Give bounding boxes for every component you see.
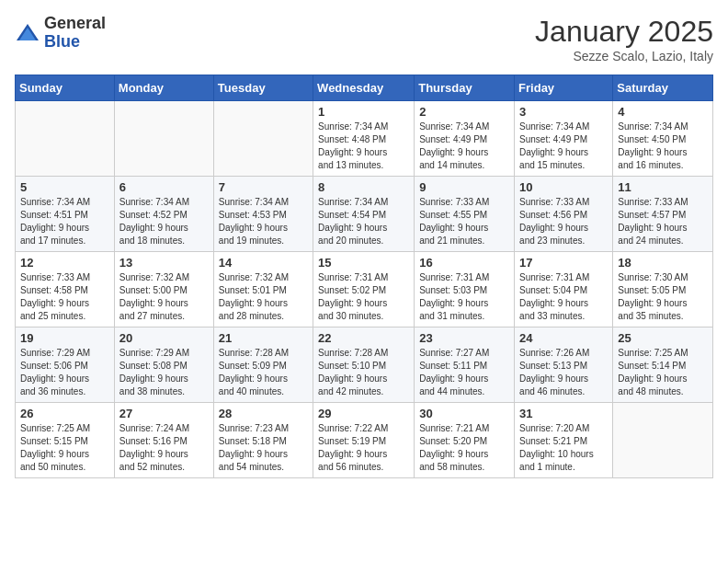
- day-number: 29: [318, 407, 409, 420]
- calendar-cell: 1Sunrise: 7:34 AM Sunset: 4:48 PM Daylig…: [313, 101, 415, 177]
- calendar-cell: 25Sunrise: 7:25 AM Sunset: 5:14 PM Dayli…: [613, 327, 713, 403]
- day-number: 3: [519, 105, 608, 119]
- month-title: January 2025: [535, 15, 713, 49]
- calendar-cell: [16, 101, 115, 177]
- calendar-body: 1Sunrise: 7:34 AM Sunset: 4:48 PM Daylig…: [16, 101, 713, 478]
- day-info: Sunrise: 7:24 AM Sunset: 5:16 PM Dayligh…: [119, 422, 209, 474]
- day-number: 30: [419, 407, 509, 420]
- location: Sezze Scalo, Lazio, Italy: [535, 49, 713, 63]
- calendar-cell: 20Sunrise: 7:29 AM Sunset: 5:08 PM Dayli…: [114, 327, 213, 403]
- calendar-cell: 28Sunrise: 7:23 AM Sunset: 5:18 PM Dayli…: [213, 403, 313, 478]
- weekday-header-saturday: Saturday: [613, 75, 713, 101]
- day-number: 28: [219, 407, 308, 420]
- calendar-cell: 19Sunrise: 7:29 AM Sunset: 5:06 PM Dayli…: [16, 327, 115, 403]
- day-info: Sunrise: 7:20 AM Sunset: 5:21 PM Dayligh…: [519, 422, 608, 474]
- calendar-cell: 29Sunrise: 7:22 AM Sunset: 5:19 PM Dayli…: [313, 403, 415, 478]
- calendar-cell: 12Sunrise: 7:33 AM Sunset: 4:58 PM Dayli…: [16, 252, 115, 327]
- calendar-cell: 10Sunrise: 7:33 AM Sunset: 4:56 PM Dayli…: [515, 177, 613, 252]
- day-info: Sunrise: 7:34 AM Sunset: 4:53 PM Dayligh…: [219, 196, 308, 247]
- day-info: Sunrise: 7:27 AM Sunset: 5:11 PM Dayligh…: [419, 347, 509, 398]
- day-info: Sunrise: 7:33 AM Sunset: 4:57 PM Dayligh…: [618, 196, 708, 247]
- day-number: 6: [119, 180, 209, 194]
- day-number: 31: [519, 407, 608, 420]
- logo: General Blue: [15, 15, 106, 52]
- day-number: 22: [318, 331, 409, 345]
- week-row-5: 26Sunrise: 7:25 AM Sunset: 5:15 PM Dayli…: [16, 403, 713, 478]
- day-info: Sunrise: 7:34 AM Sunset: 4:48 PM Dayligh…: [318, 121, 409, 172]
- logo-general-text: General: [44, 15, 106, 33]
- calendar-cell: 8Sunrise: 7:34 AM Sunset: 4:54 PM Daylig…: [313, 177, 415, 252]
- logo-text: General Blue: [44, 15, 106, 52]
- calendar-cell: 21Sunrise: 7:28 AM Sunset: 5:09 PM Dayli…: [213, 327, 313, 403]
- calendar-cell: 27Sunrise: 7:24 AM Sunset: 5:16 PM Dayli…: [114, 403, 213, 478]
- calendar-cell: 17Sunrise: 7:31 AM Sunset: 5:04 PM Dayli…: [515, 252, 613, 327]
- day-number: 7: [219, 180, 308, 194]
- day-info: Sunrise: 7:31 AM Sunset: 5:02 PM Dayligh…: [318, 271, 409, 323]
- weekday-header-friday: Friday: [515, 75, 613, 101]
- day-info: Sunrise: 7:25 AM Sunset: 5:14 PM Dayligh…: [618, 347, 708, 398]
- day-number: 18: [618, 256, 708, 270]
- calendar-cell: 31Sunrise: 7:20 AM Sunset: 5:21 PM Dayli…: [515, 403, 613, 478]
- calendar-cell: 18Sunrise: 7:30 AM Sunset: 5:05 PM Dayli…: [613, 252, 713, 327]
- weekday-row: SundayMondayTuesdayWednesdayThursdayFrid…: [16, 75, 713, 101]
- day-number: 10: [519, 180, 608, 194]
- calendar-cell: [213, 101, 313, 177]
- calendar-cell: 2Sunrise: 7:34 AM Sunset: 4:49 PM Daylig…: [415, 101, 515, 177]
- day-number: 13: [119, 256, 209, 270]
- day-info: Sunrise: 7:28 AM Sunset: 5:09 PM Dayligh…: [219, 347, 308, 398]
- day-number: 14: [219, 256, 308, 270]
- calendar-cell: 13Sunrise: 7:32 AM Sunset: 5:00 PM Dayli…: [114, 252, 213, 327]
- calendar-cell: 22Sunrise: 7:28 AM Sunset: 5:10 PM Dayli…: [313, 327, 415, 403]
- day-number: 2: [419, 105, 509, 119]
- day-number: 12: [20, 256, 109, 270]
- day-info: Sunrise: 7:31 AM Sunset: 5:03 PM Dayligh…: [419, 271, 509, 323]
- calendar-cell: 23Sunrise: 7:27 AM Sunset: 5:11 PM Dayli…: [415, 327, 515, 403]
- logo-icon: [15, 20, 40, 46]
- page-header: General Blue January 2025 Sezze Scalo, L…: [15, 15, 713, 63]
- day-info: Sunrise: 7:34 AM Sunset: 4:54 PM Dayligh…: [318, 196, 409, 247]
- calendar-cell: 11Sunrise: 7:33 AM Sunset: 4:57 PM Dayli…: [613, 177, 713, 252]
- day-info: Sunrise: 7:34 AM Sunset: 4:49 PM Dayligh…: [519, 121, 608, 172]
- day-number: 1: [318, 105, 409, 119]
- day-number: 17: [519, 256, 608, 270]
- calendar-cell: 26Sunrise: 7:25 AM Sunset: 5:15 PM Dayli…: [16, 403, 115, 478]
- day-info: Sunrise: 7:32 AM Sunset: 5:01 PM Dayligh…: [219, 271, 308, 323]
- calendar-cell: 5Sunrise: 7:34 AM Sunset: 4:51 PM Daylig…: [16, 177, 115, 252]
- weekday-header-wednesday: Wednesday: [313, 75, 415, 101]
- calendar-cell: 15Sunrise: 7:31 AM Sunset: 5:02 PM Dayli…: [313, 252, 415, 327]
- calendar-cell: 9Sunrise: 7:33 AM Sunset: 4:55 PM Daylig…: [415, 177, 515, 252]
- logo-blue-text: Blue: [44, 33, 106, 52]
- day-number: 24: [519, 331, 608, 345]
- day-number: 25: [618, 331, 708, 345]
- calendar-cell: 3Sunrise: 7:34 AM Sunset: 4:49 PM Daylig…: [515, 101, 613, 177]
- day-number: 15: [318, 256, 409, 270]
- day-info: Sunrise: 7:34 AM Sunset: 4:52 PM Dayligh…: [119, 196, 209, 247]
- calendar-cell: 24Sunrise: 7:26 AM Sunset: 5:13 PM Dayli…: [515, 327, 613, 403]
- calendar-table: SundayMondayTuesdayWednesdayThursdayFrid…: [15, 75, 713, 478]
- day-number: 16: [419, 256, 509, 270]
- day-info: Sunrise: 7:33 AM Sunset: 4:56 PM Dayligh…: [519, 196, 608, 247]
- weekday-header-monday: Monday: [114, 75, 213, 101]
- day-info: Sunrise: 7:28 AM Sunset: 5:10 PM Dayligh…: [318, 347, 409, 398]
- day-number: 23: [419, 331, 509, 345]
- day-info: Sunrise: 7:21 AM Sunset: 5:20 PM Dayligh…: [419, 422, 509, 474]
- day-info: Sunrise: 7:34 AM Sunset: 4:50 PM Dayligh…: [618, 121, 708, 172]
- day-number: 26: [20, 407, 109, 420]
- day-info: Sunrise: 7:29 AM Sunset: 5:08 PM Dayligh…: [119, 347, 209, 398]
- calendar-header: SundayMondayTuesdayWednesdayThursdayFrid…: [16, 75, 713, 101]
- day-info: Sunrise: 7:31 AM Sunset: 5:04 PM Dayligh…: [519, 271, 608, 323]
- day-info: Sunrise: 7:29 AM Sunset: 5:06 PM Dayligh…: [20, 347, 109, 398]
- week-row-2: 5Sunrise: 7:34 AM Sunset: 4:51 PM Daylig…: [16, 177, 713, 252]
- calendar-cell: [114, 101, 213, 177]
- calendar-cell: 4Sunrise: 7:34 AM Sunset: 4:50 PM Daylig…: [613, 101, 713, 177]
- week-row-3: 12Sunrise: 7:33 AM Sunset: 4:58 PM Dayli…: [16, 252, 713, 327]
- calendar-cell: [613, 403, 713, 478]
- day-info: Sunrise: 7:34 AM Sunset: 4:49 PM Dayligh…: [419, 121, 509, 172]
- day-number: 9: [419, 180, 509, 194]
- day-info: Sunrise: 7:33 AM Sunset: 4:58 PM Dayligh…: [20, 271, 109, 323]
- day-number: 19: [20, 331, 109, 345]
- weekday-header-sunday: Sunday: [16, 75, 115, 101]
- day-number: 4: [618, 105, 708, 119]
- day-number: 21: [219, 331, 308, 345]
- calendar-cell: 6Sunrise: 7:34 AM Sunset: 4:52 PM Daylig…: [114, 177, 213, 252]
